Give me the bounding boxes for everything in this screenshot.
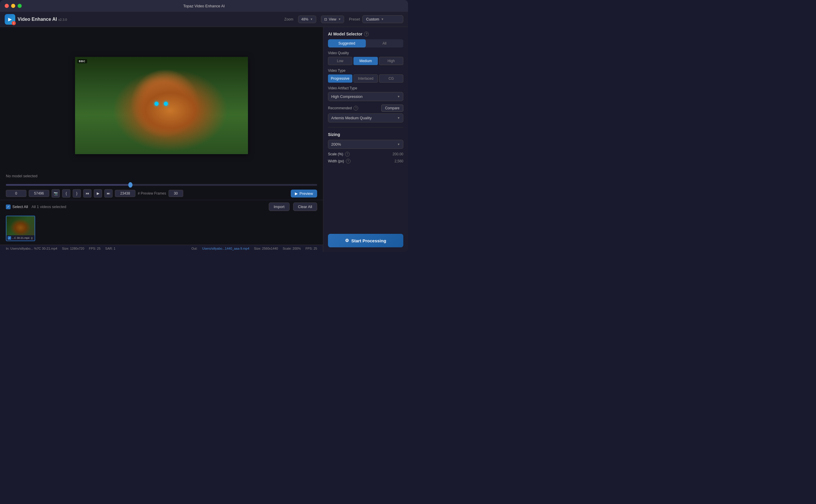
sizing-section: Sizing 200% ▼ Scale (%) ? 200.00 Width (… [328,132,403,164]
status-out-link[interactable]: Users/sillyabo...1440_aaa-9.mp4 [202,247,249,250]
quality-low-button[interactable]: Low [328,57,352,65]
select-all-checkbox[interactable]: ✓ Select All [6,205,28,209]
preset-chevron-icon: ▼ [381,18,384,21]
app-name: Video Enhance AI [18,17,57,22]
thumbnail-image [6,216,35,235]
width-label: Width (px) [328,159,344,163]
scale-row: Scale (%) ? 200.00 [328,152,403,156]
scale-value: 200.00 [392,152,403,156]
scrubber-track[interactable] [6,184,317,186]
clear-all-button[interactable]: Clear All [293,202,317,211]
preset-select[interactable]: Custom ▼ [362,15,403,23]
file-thumbnails: ✓ ...C 30-21.mp4 🗑 [0,213,323,245]
no-model-label: No model selected [6,174,38,178]
artifact-chevron-icon: ▼ [397,95,400,98]
title-bar: Topaz Video Enhance AI [0,0,408,12]
type-cg-button[interactable]: CG [379,74,403,83]
app-name-group: Video Enhance AI v2.3.0 [18,17,67,22]
play-button[interactable]: ▶ [94,189,102,197]
type-interlaced-button[interactable]: Interlaced [353,74,378,83]
thumbnail-bottom: ✓ ...C 30-21.mp4 🗑 [6,235,35,241]
status-bar: In: Users/sillyabo... %7C 30-21.mp4 Size… [0,245,323,252]
artifact-value: High Compression [331,94,363,99]
shield-icon: ▶ [8,16,12,22]
maximize-button[interactable] [18,4,22,8]
compare-button[interactable]: Compare [381,105,403,112]
window-controls[interactable] [5,4,22,8]
quality-medium-button[interactable]: Medium [353,57,378,65]
logo-icon: ▶ [5,14,15,25]
thumb-filename: ...C 30-21.mp4 [11,236,30,239]
view-control[interactable]: ⊡ View ▼ [321,16,344,23]
main-layout: BBC No model selected 📷 { } ⏮ ▶ ⏭ # Prev… [0,27,408,252]
next-frame-button[interactable]: ⏭ [104,189,113,197]
video-quality-group: Low Medium High [328,57,403,65]
sizing-dropdown[interactable]: 200% ▼ [328,140,403,149]
sizing-chevron-icon: ▼ [397,143,400,146]
minimize-button[interactable] [11,4,15,8]
tab-suggested[interactable]: Suggested [328,39,366,47]
zoom-chevron-icon: ▼ [310,18,313,21]
current-frame-input[interactable] [115,190,135,197]
preview-button[interactable]: ▶ Preview [291,190,317,197]
status-fps: FPS: 25 [89,247,101,250]
controls-bar: 📷 { } ⏮ ▶ ⏭ # Preview Frames ▶ Preview [0,187,323,200]
app-logo: ▶ Video Enhance AI v2.3.0 [5,14,67,25]
prev-frame-button[interactable]: ⏮ [83,189,91,197]
import-button[interactable]: Import [269,202,290,211]
video-display: BBC No model selected [0,27,323,184]
thumb-checkbox-icon[interactable]: ✓ [8,236,11,240]
preview-icon: ▶ [295,191,298,196]
preset-value: Custom [366,17,379,21]
recommended-dropdown[interactable]: Artemis Medium Quality ▼ [328,113,403,122]
video-type-group: Progressive Interlaced CG [328,74,403,83]
preview-frames-input[interactable] [169,190,183,197]
select-all-label: Select All [12,205,28,209]
scale-label: Scale (%) [328,152,343,156]
status-out-fps: FPS: 25 [305,247,317,250]
cat-eye-right [164,102,168,106]
status-out-size: Size: 2560x1440 [254,247,278,250]
app-version: v2.3.0 [58,18,67,21]
video-panel: BBC No model selected 📷 { } ⏮ ▶ ⏭ # Prev… [0,27,323,252]
set-in-button[interactable]: { [62,189,70,197]
scrubber-area[interactable] [0,184,323,187]
zoom-value: 48% [301,17,308,21]
preview-btn-label: Preview [300,191,313,196]
ai-model-help-icon[interactable]: ? [364,32,369,36]
view-label: View [329,17,336,21]
status-out-scale: Scale: 200% [283,247,301,250]
artifact-dropdown[interactable]: High Compression ▼ [328,92,403,101]
recommended-help-icon[interactable]: ? [353,106,358,110]
zoom-control[interactable]: 48% ▼ [298,16,316,23]
model-tabs[interactable]: Suggested All [328,39,403,47]
width-help-icon[interactable]: ? [346,159,351,164]
tab-all[interactable]: All [366,39,404,47]
type-progressive-button[interactable]: Progressive [328,74,352,83]
zoom-label: Zoom [284,17,293,21]
file-thumbnail[interactable]: ✓ ...C 30-21.mp4 🗑 [6,216,35,241]
ai-model-title: AI Model Selector ? [328,32,403,36]
status-out-label: Out: [191,247,198,250]
camera-icon-button[interactable]: 📷 [52,189,60,197]
video-placeholder [75,57,248,154]
view-icon: ⊡ [324,17,327,21]
quality-high-button[interactable]: High [379,57,403,65]
frame-start-input[interactable] [6,190,26,197]
frame-end-input[interactable] [29,190,49,197]
set-out-button[interactable]: } [73,189,81,197]
width-row: Width (px) ? 2,560 [328,159,403,164]
file-list-bar: ✓ Select All All 1 videos selected Impor… [0,200,323,213]
bbc-badge: BBC [77,59,87,63]
preview-frames-label: # Preview Frames [138,191,166,195]
scrubber-thumb[interactable] [128,182,132,188]
sizing-title-text: Sizing [328,132,340,137]
scale-help-icon[interactable]: ? [345,152,350,156]
start-processing-icon: ⚙ [345,238,349,243]
close-button[interactable] [5,4,9,8]
ai-model-section: AI Model Selector ? Suggested All Video … [328,32,403,122]
width-value: 2,560 [395,159,403,163]
preset-control: Preset Custom ▼ [349,15,403,23]
start-processing-button[interactable]: ⚙ Start Processing [328,234,403,247]
thumb-delete-icon[interactable]: 🗑 [30,236,33,240]
